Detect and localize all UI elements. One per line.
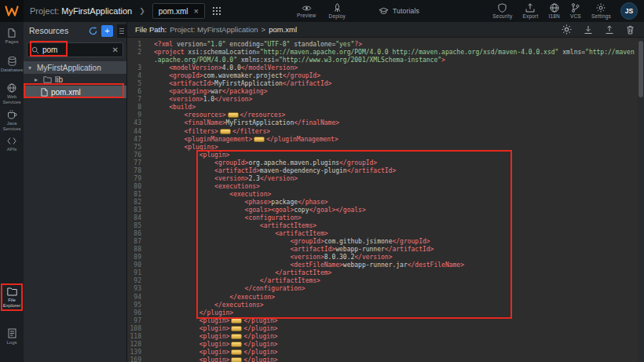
- code-text: <plugin></plugin>: [154, 341, 278, 349]
- fold-marker-icon[interactable]: [220, 129, 231, 134]
- code-line[interactable]: 75 <plugins>: [127, 144, 644, 152]
- code-line[interactable]: 118 <plugin></plugin>: [127, 333, 644, 341]
- code-line[interactable]: 9 <resources></resources>: [127, 112, 644, 119]
- code-line[interactable]: 81 <execution>: [127, 191, 644, 199]
- close-icon[interactable]: ×: [194, 7, 199, 16]
- resources-header: Resources +: [24, 22, 126, 39]
- fold-marker-icon[interactable]: [254, 137, 265, 142]
- tree-item-project-root[interactable]: ▾ MyFirstApplication: [24, 61, 126, 74]
- resources-search[interactable]: ✕: [27, 42, 123, 57]
- deploy-button[interactable]: Deploy: [329, 3, 346, 19]
- export-button[interactable]: Export: [522, 3, 538, 19]
- code-text: <finalName>MyFirstApplication</finalName…: [154, 119, 339, 127]
- refresh-icon[interactable]: [89, 27, 97, 35]
- code-line[interactable]: 92 </artifactItems>: [127, 277, 644, 285]
- code-line[interactable]: 139 <plugin></plugin>: [127, 349, 644, 357]
- code-line[interactable]: 86 <artifactItem>: [127, 230, 644, 238]
- code-line[interactable]: 90 <destFileName>webapp-runner.jar</dest…: [127, 261, 644, 269]
- code-area[interactable]: 1<?xml version="1.0" encoding="UTF-8" st…: [127, 38, 644, 362]
- code-line[interactable]: 88 <artifactId>webapp-runner</artifactId…: [127, 246, 644, 254]
- vcs-button[interactable]: VCS: [570, 3, 581, 19]
- line-number: 77: [127, 159, 148, 167]
- sidebar-item-pages[interactable]: Pages: [0, 28, 24, 45]
- add-resource-button[interactable]: +: [101, 25, 113, 37]
- sidebar-item-apis[interactable]: APIs: [0, 137, 24, 152]
- grid-menu-icon[interactable]: [210, 4, 224, 18]
- user-avatar[interactable]: JS: [620, 2, 638, 20]
- code-line[interactable]: 89 <version>8.0.30.2</version>: [127, 254, 644, 261]
- sidebar-item-file-explorer[interactable]: File Explorer: [0, 287, 24, 309]
- sidebar-item-web-services[interactable]: Web Services: [0, 83, 24, 105]
- code-line[interactable]: 93 </configuration>: [127, 285, 644, 293]
- chevron-right-icon[interactable]: ▸: [35, 76, 40, 83]
- code-line[interactable]: 44 <filters></filters>: [127, 128, 644, 136]
- collapse-panel-icon[interactable]: [117, 24, 126, 38]
- code-line[interactable]: 7 <version>1.0</version>: [127, 96, 644, 104]
- code-line[interactable]: 97 <plugin></plugin>: [127, 317, 644, 325]
- sidebar-item-databases[interactable]: Databases: [0, 57, 24, 73]
- code-line[interactable]: 76 <plugin>: [127, 152, 644, 159]
- fold-marker-icon[interactable]: [228, 112, 239, 118]
- code-line[interactable]: 80 <executions>: [127, 183, 644, 191]
- code-line[interactable]: 82 <phase>package</phase>: [127, 199, 644, 207]
- tab-pom-xml[interactable]: pom.xml ×: [152, 3, 205, 19]
- line-number: 128: [127, 341, 148, 349]
- code-line[interactable]: 77 <groupId>org.apache.maven.plugins</gr…: [127, 159, 644, 167]
- search-input[interactable]: [42, 46, 109, 54]
- scrollbar-thumb[interactable]: [639, 41, 643, 97]
- code-line[interactable]: 5 <artifactId>MyFirstApplication</artifa…: [127, 80, 644, 88]
- upload-icon[interactable]: [605, 25, 614, 35]
- code-line[interactable]: 95 </executions>: [127, 302, 644, 309]
- code-line[interactable]: 4 <groupId>com.wavemaker.project</groupI…: [127, 72, 644, 80]
- breadcrumb-project[interactable]: Project: MyFirstApplication: [170, 25, 258, 34]
- code-text: <pluginManagement></pluginManagement>: [154, 136, 338, 144]
- code-line[interactable]: 84 <configuration>: [127, 214, 644, 222]
- editor-settings-gear-icon[interactable]: [562, 24, 572, 35]
- code-line[interactable]: 91 </artifactItem>: [127, 269, 644, 277]
- tutorials-button[interactable]: Tutorials: [379, 7, 419, 15]
- code-line[interactable]: 79 <version>2.3</version>: [127, 175, 644, 183]
- code-line[interactable]: 83 <goals><goal>copy</goal></goals>: [127, 207, 644, 214]
- code-line[interactable]: 85 <artifactItems>: [127, 222, 644, 230]
- chevron-down-icon[interactable]: ▾: [28, 64, 34, 71]
- trash-icon[interactable]: [626, 25, 635, 35]
- code-line[interactable]: 6 <packaging>war</packaging>: [127, 88, 644, 96]
- line-number: 81: [127, 191, 148, 199]
- code-line[interactable]: 78 <artifactId>maven-dependency-plugin</…: [127, 167, 644, 175]
- tree-item-lib[interactable]: ▸ lib: [24, 74, 126, 86]
- code-line[interactable]: 96 </plugin>: [127, 309, 644, 317]
- gear-icon: [596, 3, 606, 13]
- fold-marker-icon[interactable]: [231, 334, 242, 339]
- code-line[interactable]: 3 <modelVersion>4.0.0</modelVersion>: [127, 64, 644, 72]
- code-line[interactable]: 43 <finalName>MyFirstApplication</finalN…: [127, 119, 644, 127]
- breadcrumb-file[interactable]: pom.xml: [269, 25, 297, 34]
- code-line[interactable]: 8 <build>: [127, 104, 644, 112]
- code-line[interactable]: 2<project xsi:schemaLocation="http://mav…: [127, 49, 644, 57]
- sidebar-item-logs[interactable]: Logs: [0, 328, 24, 346]
- download-icon[interactable]: [584, 25, 593, 35]
- fold-marker-icon[interactable]: [231, 349, 242, 355]
- code-line[interactable]: 94 </execution>: [127, 294, 644, 302]
- editor-scrollbar[interactable]: [638, 38, 644, 362]
- clear-search-icon[interactable]: ✕: [112, 46, 119, 54]
- code-line[interactable]: 108 <plugin></plugin>: [127, 325, 644, 333]
- security-button[interactable]: Security: [492, 3, 512, 19]
- wavemaker-logo-icon[interactable]: [0, 0, 24, 22]
- i18n-button[interactable]: I18N: [548, 3, 560, 19]
- fold-marker-icon[interactable]: [231, 357, 242, 362]
- sidebar-item-java-services[interactable]: Java Services: [0, 110, 24, 132]
- tutorials-icon: [379, 7, 389, 15]
- settings-button[interactable]: Settings: [591, 3, 611, 19]
- code-line[interactable]: .apache.org/POM/4.0.0" xmlns:xsi="http:/…: [127, 57, 644, 64]
- fold-marker-icon[interactable]: [231, 326, 242, 331]
- code-line[interactable]: 47 <pluginManagement></pluginManagement>: [127, 136, 644, 144]
- fold-marker-icon[interactable]: [231, 318, 242, 324]
- code-line[interactable]: 128 <plugin></plugin>: [127, 341, 644, 349]
- code-line[interactable]: 169 <plugin></plugin>: [127, 357, 644, 362]
- tree-item-pom-xml[interactable]: pom.xml: [24, 86, 126, 98]
- fold-marker-icon[interactable]: [231, 342, 242, 347]
- tree-item-label: lib: [55, 75, 63, 84]
- preview-button[interactable]: Preview: [297, 5, 317, 18]
- code-line[interactable]: 87 <groupId>com.github.jsimone</groupId>: [127, 238, 644, 246]
- code-line[interactable]: 1<?xml version="1.0" encoding="UTF-8" st…: [127, 41, 644, 49]
